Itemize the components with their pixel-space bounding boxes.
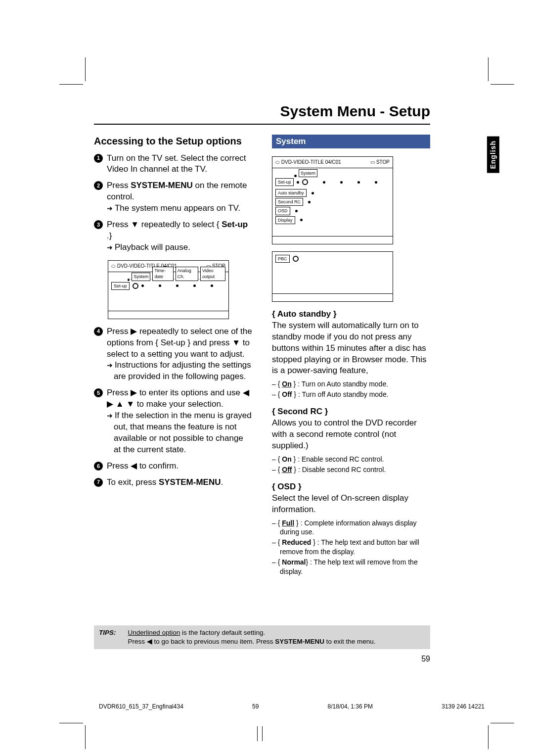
crop-mark xyxy=(490,84,514,85)
step-6: 6 Press ◀ to confirm. xyxy=(94,461,252,472)
footer-filename: DVDR610_615_37_Engfinal434 xyxy=(99,703,183,710)
crop-mark xyxy=(85,57,86,81)
list-item: { Normal} : The help text will remove fr… xyxy=(272,558,430,576)
crop-mark xyxy=(59,84,83,85)
footer-date: 8/18/04, 1:36 PM xyxy=(328,703,373,710)
node-dot-icon xyxy=(340,181,343,184)
list-item: { Full } : Complete information always d… xyxy=(272,519,430,537)
option-osd: { OSD } Select the level of On-screen di… xyxy=(272,481,430,576)
menu-diagram-2: ⬭ DVD-VIDEO-TITLE 04/C01 ▭ STOP System S… xyxy=(272,156,393,244)
node-dot-icon xyxy=(176,284,178,287)
step-number-icon: 1 xyxy=(94,154,103,163)
default-underline: On xyxy=(282,380,291,388)
step-number-icon: 5 xyxy=(94,388,103,397)
step-1: 1 Turn on the TV set. Select the correct… xyxy=(94,153,252,176)
menu-tab: Video output xyxy=(200,267,225,281)
page-content: System Menu - Setup Accessing to the Set… xyxy=(94,101,430,576)
page-title: System Menu - Setup xyxy=(94,101,430,122)
step-number-icon: 3 xyxy=(94,220,103,229)
menu-item: PBC xyxy=(275,255,290,263)
text: Press ▼ repeatedly to select { xyxy=(107,220,222,229)
crop-mark xyxy=(59,723,83,723)
result-line: Instructions for adjusting the settings … xyxy=(107,360,252,382)
left-column: Accessing to the Setup options 1 Turn on… xyxy=(94,135,252,576)
node-dot-icon xyxy=(141,284,144,287)
option-heading: { Second RC } xyxy=(272,406,430,418)
crop-mark xyxy=(488,725,489,749)
language-tab: English xyxy=(487,137,499,173)
menu-item: OSD xyxy=(275,207,290,215)
footer-page: 59 xyxy=(252,703,259,710)
bold-text: On xyxy=(282,455,291,463)
menu-header-right: ▭ STOP xyxy=(370,159,390,166)
node-dot-icon xyxy=(295,210,298,212)
node-dot-icon xyxy=(193,284,196,287)
node-dot-icon xyxy=(323,181,325,184)
menu-diagram-2b: PBC xyxy=(272,251,393,302)
step-7: 7 To exit, press SYSTEM-MENU. xyxy=(94,477,252,488)
option-body: The system will automatically turn on to… xyxy=(272,320,430,377)
underline-text: Underlined option xyxy=(128,629,180,636)
node-dot-icon xyxy=(300,219,303,221)
list-item: { Off } : Turn off Auto standby mode. xyxy=(272,390,430,399)
menu-diagram-1: ⬭ DVD-VIDEO-TITLE 04/C01 ▭ STOP System T… xyxy=(108,260,229,319)
text: Press ▶ to enter its options and use ◀ ▶… xyxy=(107,388,249,409)
footer-code: 3139 246 14221 xyxy=(442,703,485,710)
section-heading-left: Accessing to the Setup options xyxy=(94,135,252,148)
default-underline: Full xyxy=(282,519,294,527)
crop-mark xyxy=(257,726,258,741)
list-item: { On } : Turn on Auto standby mode. xyxy=(272,379,430,389)
menu-setup-node: Set-up xyxy=(111,282,130,290)
selection-ring-icon xyxy=(293,256,299,262)
bold-text: Off xyxy=(282,390,292,398)
default-underline: Off xyxy=(282,466,292,473)
crop-mark xyxy=(488,57,489,81)
node-dot-icon xyxy=(211,284,213,287)
node-dot-icon xyxy=(297,181,299,184)
step-3: 3 Press ▼ repeatedly to select { Set-up … xyxy=(94,219,252,253)
menu-setup-node: Set-up xyxy=(275,178,294,186)
step-number-icon: 4 xyxy=(94,327,103,336)
footer-bar: DVDR610_615_37_Engfinal434 59 8/18/04, 1… xyxy=(99,703,485,710)
menu-tab: System xyxy=(132,273,150,281)
menu-tab: System xyxy=(299,169,317,177)
text: .} xyxy=(107,231,112,240)
result-line: Playback will pause. xyxy=(107,242,252,253)
list-item: { On } : Enable second RC control. xyxy=(272,455,430,464)
node-dot-icon xyxy=(308,201,311,203)
bold-text: Set-up xyxy=(222,220,248,229)
step-number-icon: 6 xyxy=(94,462,103,471)
text: Press ▶ repeatedly to select one of the … xyxy=(107,327,252,359)
text: . xyxy=(221,477,223,487)
node-dot-icon xyxy=(357,181,360,184)
option-list: { Full } : Complete information always d… xyxy=(272,519,430,576)
list-item: { Off } : Disable second RC control. xyxy=(272,465,430,474)
node-dot-icon xyxy=(294,175,297,177)
page-title-row: System Menu - Setup xyxy=(94,101,430,125)
node-dot-icon xyxy=(312,192,314,194)
step-5: 5 Press ▶ to enter its options and use ◀… xyxy=(94,387,252,456)
menu-header-left: ⬭ DVD-VIDEO-TITLE 04/C01 xyxy=(275,159,341,166)
text: Press ◀ to confirm. xyxy=(107,461,252,472)
option-heading: { OSD } xyxy=(272,481,430,493)
bold-text: SYSTEM-MENU xyxy=(131,181,193,190)
section-heading-right: System xyxy=(272,135,430,149)
text: To exit, press xyxy=(107,477,159,487)
tips-text: Underlined option is the factory default… xyxy=(128,628,376,646)
tips-bar: TIPS: Underlined option is the factory d… xyxy=(94,625,430,649)
menu-footer xyxy=(272,293,393,301)
menu-item: Auto standby xyxy=(275,189,307,197)
bold-text: Normal xyxy=(282,558,306,566)
bold-text: Reduced xyxy=(282,538,311,546)
menu-tab: Analog Ch. xyxy=(176,267,198,281)
menu-item: Second RC xyxy=(275,198,303,206)
page-number: 59 xyxy=(421,654,430,664)
list-item: { Reduced } : The help text and button b… xyxy=(272,538,430,557)
selection-ring-icon xyxy=(133,283,138,289)
bold-text: SYSTEM-MENU xyxy=(159,477,221,487)
option-auto-standby: { Auto standby } The system will automat… xyxy=(272,309,430,399)
result-line: The system menu appears on TV. xyxy=(107,203,252,214)
right-column: System ⬭ DVD-VIDEO-TITLE 04/C01 ▭ STOP S… xyxy=(272,135,430,576)
crop-mark xyxy=(262,726,263,741)
menu-footer xyxy=(108,311,228,319)
